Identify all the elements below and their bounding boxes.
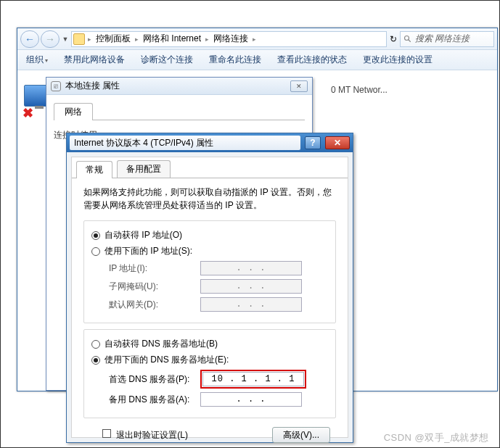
default-gateway-field: . . .	[200, 297, 302, 312]
preferred-dns-field[interactable]: 10 . 1 . 1 . 1	[202, 372, 304, 386]
checkbox-icon[interactable]	[102, 429, 111, 438]
adapter-text: 0 MT Networ...	[331, 85, 388, 95]
refresh-button[interactable]: ↻	[388, 34, 398, 44]
help-button[interactable]: ?	[305, 136, 321, 149]
radio-ip-auto-label: 自动获得 IP 地址(O)	[104, 229, 182, 241]
alternate-dns-label: 备用 DNS 服务器(A):	[109, 394, 196, 406]
svg-line-1	[409, 39, 411, 41]
toolbar-view-status[interactable]: 查看此连接的状态	[277, 54, 347, 66]
default-gateway-label: 默认网关(D):	[109, 299, 196, 311]
radio-dns-manual-label: 使用下面的 DNS 服务器地址(E):	[104, 354, 229, 366]
toolbar-organize[interactable]: 组织	[26, 54, 48, 66]
tab-alternate[interactable]: 备用配置	[117, 160, 171, 178]
dlg1-title: 本地连接 属性	[65, 80, 286, 92]
breadcrumb-part[interactable]: 控制面板	[94, 33, 132, 45]
chevron-right-icon: ▸	[251, 36, 258, 43]
dlg1-tabs: 网络	[54, 102, 305, 120]
radio-ip-auto[interactable]	[91, 231, 100, 240]
dns-group: 自动获得 DNS 服务器地址(B) 使用下面的 DNS 服务器地址(E): 首选…	[83, 329, 336, 418]
nav-back-button[interactable]: ←	[20, 30, 39, 48]
toolbar-diagnose[interactable]: 诊断这个连接	[141, 54, 193, 66]
watermark: CSDN @双手_成就梦想	[384, 431, 489, 444]
radio-ip-manual-label: 使用下面的 IP 地址(S):	[104, 245, 192, 257]
breadcrumb[interactable]: ▸ 控制面板 ▸ 网络和 Internet ▸ 网络连接 ▸	[71, 31, 387, 47]
toolbar-change-settings[interactable]: 更改此连接的设置	[363, 54, 433, 66]
nav-fwd-button[interactable]: →	[41, 30, 60, 48]
radio-ip-manual[interactable]	[91, 247, 100, 256]
search-input[interactable]: 搜索 网络连接	[400, 31, 494, 47]
folder-icon	[73, 33, 85, 45]
tab-network[interactable]: 网络	[54, 103, 93, 120]
toolbar: 组织 禁用此网络设备 诊断这个连接 重命名此连接 查看此连接的状态 更改此连接的…	[17, 50, 497, 70]
properties-icon: ⎚	[51, 81, 61, 91]
ip-group: 自动获得 IP 地址(O) 使用下面的 IP 地址(S): IP 地址(I): …	[83, 220, 336, 323]
radio-dns-auto-label: 自动获得 DNS 服务器地址(B)	[104, 338, 218, 350]
chevron-right-icon: ▸	[204, 36, 210, 43]
dlg2-title: Internet 协议版本 4 (TCP/IPv4) 属性	[70, 136, 300, 150]
dlg2-tabs: 常规 备用配置	[72, 160, 348, 178]
validate-label: 退出时验证设置(L)	[116, 430, 188, 440]
toolbar-disable[interactable]: 禁用此网络设备	[64, 54, 125, 66]
radio-dns-manual[interactable]	[91, 356, 100, 365]
nav-bar: ← → ▼ ▸ 控制面板 ▸ 网络和 Internet ▸ 网络连接 ▸ ↻ 搜…	[17, 28, 497, 50]
highlight-box: 10 . 1 . 1 . 1	[200, 370, 306, 389]
nav-history-dropdown[interactable]: ▼	[61, 36, 70, 43]
alternate-dns-field[interactable]: . . .	[200, 392, 302, 407]
subnet-mask-label: 子网掩码(U):	[109, 281, 196, 293]
description-text: 如果网络支持此功能，则可以获取自动指派的 IP 设置。否则，您需要从网络系统管理…	[83, 186, 336, 212]
ipv4-properties-dialog: Internet 协议版本 4 (TCP/IPv4) 属性 ? ✕ 常规 备用配…	[66, 133, 353, 443]
tab-general[interactable]: 常规	[76, 161, 112, 178]
ip-address-field: . . .	[200, 261, 302, 275]
subnet-mask-field: . . .	[200, 279, 302, 294]
svg-point-0	[405, 36, 409, 40]
red-x-icon: ✖	[22, 105, 33, 121]
breadcrumb-part[interactable]: 网络和 Internet	[142, 33, 202, 45]
close-button[interactable]: ✕	[325, 136, 350, 149]
breadcrumb-part[interactable]: 网络连接	[212, 33, 250, 45]
ip-address-label: IP 地址(I):	[109, 262, 196, 275]
chevron-right-icon: ▸	[134, 36, 140, 43]
close-button[interactable]: ✕	[290, 80, 308, 92]
search-placeholder: 搜索 网络连接	[415, 33, 470, 45]
chevron-right-icon: ▸	[86, 36, 93, 43]
dlg1-titlebar[interactable]: ⎚ 本地连接 属性 ✕	[46, 78, 312, 95]
preferred-dns-label: 首选 DNS 服务器(P):	[109, 373, 196, 386]
search-icon	[403, 35, 412, 43]
advanced-button[interactable]: 高级(V)...	[272, 427, 330, 443]
dlg2-titlebar[interactable]: Internet 协议版本 4 (TCP/IPv4) 属性 ? ✕	[67, 133, 353, 152]
radio-dns-auto[interactable]	[91, 340, 100, 349]
toolbar-rename[interactable]: 重命名此连接	[209, 54, 261, 66]
validate-on-exit[interactable]: 退出时验证设置(L)	[102, 429, 188, 441]
